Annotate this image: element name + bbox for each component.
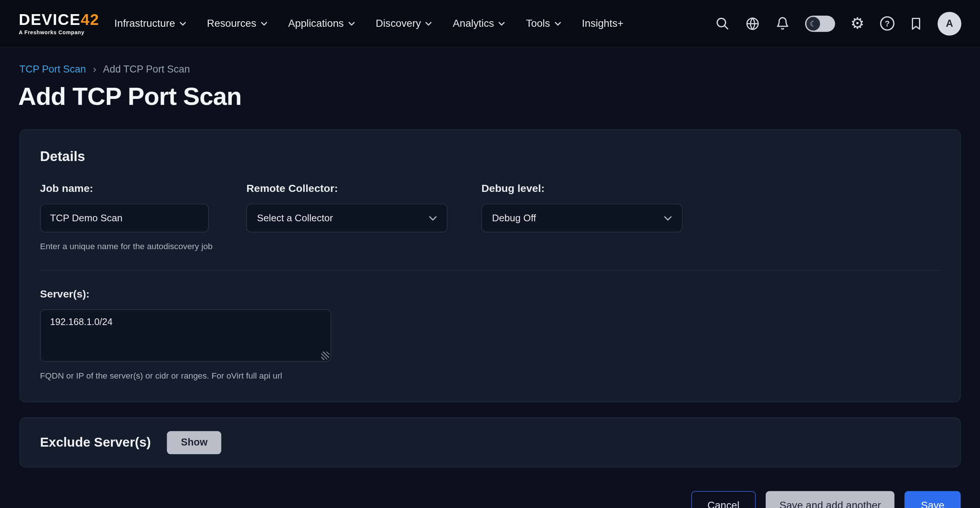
logo-tagline: A Freshworks Company bbox=[19, 29, 99, 35]
chevron-down-icon bbox=[664, 212, 672, 224]
debug-level-field-group: Debug level: Debug Off bbox=[482, 183, 683, 232]
bookmark-icon[interactable] bbox=[910, 17, 922, 30]
save-button[interactable]: Save bbox=[905, 491, 961, 508]
globe-icon[interactable] bbox=[745, 16, 760, 31]
textarea-resize-handle[interactable] bbox=[321, 352, 329, 360]
viewport: DEVICE42 A Freshworks Company Infrastruc… bbox=[0, 0, 980, 508]
user-avatar[interactable]: A bbox=[938, 11, 961, 35]
job-name-label: Job name: bbox=[40, 183, 213, 195]
nav-item-analytics[interactable]: Analytics bbox=[453, 17, 505, 29]
breadcrumb: TCP Port Scan › Add TCP Port Scan bbox=[19, 64, 961, 75]
settings-gear-icon[interactable]: ⚙ bbox=[851, 16, 865, 31]
page-title: Add TCP Port Scan bbox=[18, 83, 962, 111]
job-name-input[interactable] bbox=[40, 204, 209, 232]
form-actions: Cancel Save and add another Save bbox=[19, 491, 961, 508]
details-card: Details Job name: Enter a unique name fo… bbox=[19, 129, 961, 402]
nav-item-resources[interactable]: Resources bbox=[207, 17, 267, 29]
show-exclude-servers-button[interactable]: Show bbox=[167, 431, 221, 454]
debug-level-select[interactable]: Debug Off bbox=[482, 204, 683, 232]
theme-toggle[interactable]: ☾ bbox=[805, 15, 835, 32]
remote-collector-field-group: Remote Collector: Select a Collector bbox=[246, 183, 448, 232]
remote-collector-select[interactable]: Select a Collector bbox=[246, 204, 448, 232]
device42-logo[interactable]: DEVICE42 A Freshworks Company bbox=[19, 11, 99, 35]
top-navbar: DEVICE42 A Freshworks Company Infrastruc… bbox=[0, 0, 980, 48]
debug-level-label: Debug level: bbox=[482, 183, 683, 195]
main-nav: Infrastructure Resources Applications Di… bbox=[114, 17, 623, 29]
breadcrumb-current: Add TCP Port Scan bbox=[103, 64, 190, 75]
chevron-down-icon bbox=[425, 21, 432, 25]
exclude-servers-heading: Exclude Server(s) bbox=[40, 435, 151, 449]
chevron-down-icon bbox=[179, 21, 186, 25]
nav-item-applications[interactable]: Applications bbox=[288, 17, 355, 29]
exclude-servers-card: Exclude Server(s) Show bbox=[19, 417, 961, 467]
chevron-down-icon bbox=[554, 21, 561, 25]
breadcrumb-parent-link[interactable]: TCP Port Scan bbox=[19, 64, 86, 75]
servers-help: FQDN or IP of the server(s) or cidr or r… bbox=[40, 371, 940, 381]
moon-icon: ☾ bbox=[806, 17, 819, 30]
chevron-down-icon bbox=[261, 21, 267, 25]
search-icon[interactable] bbox=[715, 16, 729, 31]
chevron-down-icon bbox=[429, 212, 437, 224]
chevron-down-icon bbox=[498, 21, 505, 25]
details-heading: Details bbox=[40, 149, 940, 165]
job-name-field-group: Job name: Enter a unique name for the au… bbox=[40, 183, 213, 251]
breadcrumb-separator: › bbox=[93, 64, 96, 75]
remote-collector-label: Remote Collector: bbox=[246, 183, 448, 195]
notifications-bell-icon[interactable] bbox=[775, 16, 789, 31]
nav-item-infrastructure[interactable]: Infrastructure bbox=[114, 17, 186, 29]
help-icon[interactable]: ? bbox=[880, 16, 894, 31]
navbar-actions: ☾ ⚙ ? A bbox=[715, 11, 961, 35]
servers-textarea[interactable]: 192.168.1.0/24 bbox=[40, 310, 331, 362]
job-name-help: Enter a unique name for the autodiscover… bbox=[40, 242, 213, 251]
servers-label: Server(s): bbox=[40, 288, 940, 300]
save-and-add-another-button[interactable]: Save and add another bbox=[766, 491, 895, 508]
logo-wordmark: DEVICE42 bbox=[19, 11, 99, 27]
nav-item-tools[interactable]: Tools bbox=[526, 17, 562, 29]
chevron-down-icon bbox=[348, 21, 355, 25]
servers-field-group: Server(s): 192.168.1.0/24 FQDN or IP of … bbox=[40, 288, 940, 381]
cancel-button[interactable]: Cancel bbox=[691, 491, 756, 508]
details-form-row: Job name: Enter a unique name for the au… bbox=[40, 183, 940, 251]
nav-item-discovery[interactable]: Discovery bbox=[376, 17, 432, 29]
nav-item-insights[interactable]: Insights+ bbox=[582, 17, 624, 29]
section-divider bbox=[40, 270, 940, 271]
